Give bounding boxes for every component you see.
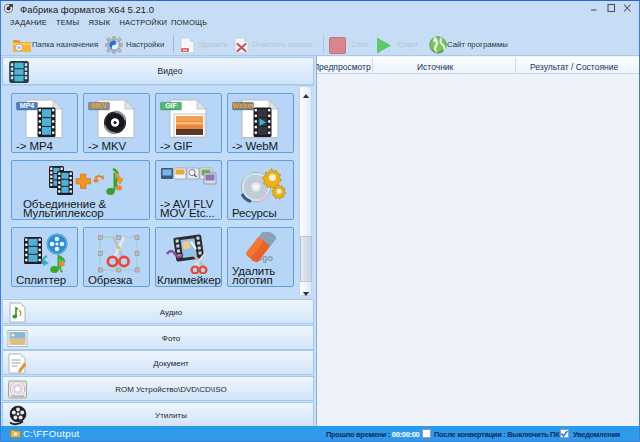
svg-text:Webm: Webm [232,102,253,109]
svg-text:GIF: GIF [165,102,177,109]
svg-text:MKV: MKV [91,102,107,109]
svg-text:MP4: MP4 [19,102,34,109]
